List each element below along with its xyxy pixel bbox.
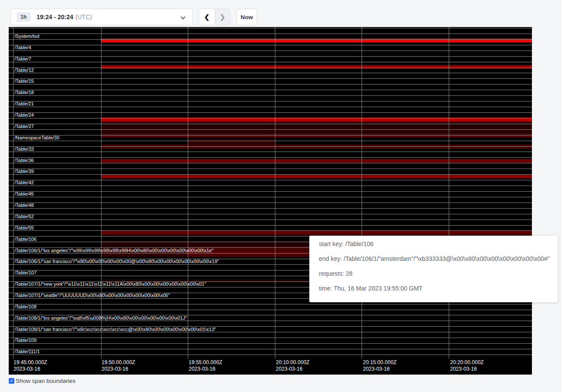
x-axis-tick: 19:50:00.000Z2023-03-16 [102, 359, 135, 372]
x-axis-tick: 20:15:00.000Z2023-03-16 [363, 359, 396, 372]
span-boundary-line [9, 208, 532, 209]
span-boundary-line [9, 338, 532, 338]
span-boundary-line [9, 118, 532, 118]
tick-time: 20:10:00.000Z [276, 359, 309, 366]
span-boundary-line [9, 343, 532, 344]
heat-band[interactable] [101, 134, 532, 138]
span-boundary-line [9, 73, 532, 73]
chevron-right-icon: ❯ [220, 13, 225, 21]
tick-date: 2023-03-16 [363, 366, 396, 372]
time-gridline [101, 27, 102, 359]
tooltip-end-key: end key: /Table/106/1/"amsterdam"/"\xb33… [319, 251, 558, 266]
span-boundary-line [9, 141, 532, 141]
heat-band[interactable] [101, 231, 532, 235]
span-boundary-line [9, 191, 532, 192]
row-label: /NamespaceTable/30 [14, 135, 59, 141]
tick-date: 2023-03-16 [276, 366, 309, 372]
heat-band[interactable] [101, 38, 532, 42]
tooltip-time: time: Thu, 16 Mar 2023 19:55:00 GMT [319, 281, 558, 296]
row-label: /Table/48 [14, 203, 34, 208]
span-boundary-line [9, 304, 532, 304]
heat-band[interactable] [101, 159, 532, 162]
span-boundary-line [9, 101, 532, 101]
heat-band[interactable] [101, 65, 532, 69]
key-visualizer-canvas[interactable]: /System/tsd/Table/4/Table/7/Table/12/Tab… [9, 27, 532, 375]
span-boundary-line [9, 135, 532, 135]
span-boundary-line [9, 230, 532, 231]
span-boundary-line [9, 169, 532, 169]
row-label: /System/tsd [14, 34, 39, 39]
span-boundary-line [9, 349, 532, 349]
checkbox-checked-icon[interactable]: ✓ [9, 378, 14, 384]
span-boundary-line [9, 146, 532, 147]
time-nav-group: ❮ ❯ [199, 9, 230, 25]
span-boundary-line [9, 197, 532, 197]
row-label: /Table/55 [14, 225, 34, 231]
span-boundary-line [9, 225, 532, 226]
row-label: /Table/42 [14, 180, 34, 186]
span-boundary-line [9, 163, 532, 163]
time-range-selector[interactable]: 1h 19:24 - 20:24 (UTC) [10, 9, 193, 25]
span-boundary-line [9, 78, 532, 79]
span-boundary-line [9, 62, 532, 62]
time-gridline [449, 27, 449, 359]
tick-date: 2023-03-16 [102, 366, 135, 372]
span-boundary-line [9, 90, 532, 90]
span-tooltip: start key: /Table/106 end key: /Table/10… [309, 236, 558, 302]
x-axis-tick: 20:10:00.000Z2023-03-16 [276, 359, 309, 372]
time-gridline [362, 27, 362, 359]
x-axis-tick: 19:55:00.000Z2023-03-16 [189, 359, 222, 372]
tooltip-requests: requests: 28 [319, 266, 558, 281]
heat-band[interactable] [188, 139, 275, 144]
row-label: /Table/106 [14, 237, 37, 242]
time-range-text: 19:24 - 20:24 [37, 14, 73, 20]
tick-time: 20:15:00.000Z [363, 359, 396, 366]
row-label: /Table/108/1/"los angeles"/"\xa8\xf5\u00… [14, 315, 187, 321]
row-label: /Table/107 [14, 270, 37, 276]
tick-date: 2023-03-16 [189, 366, 222, 372]
span-boundary-line [9, 310, 532, 310]
tick-time: 20:20:00.000Z [450, 359, 484, 366]
row-label: /Table/52 [14, 214, 34, 220]
span-boundary-line [9, 186, 532, 186]
span-boundary-line [9, 214, 532, 214]
row-label: /Table/21 [14, 101, 34, 107]
span-boundary-line [9, 174, 532, 175]
span-boundary-line [9, 107, 532, 107]
row-label: /Table/36 [14, 158, 34, 163]
checkbox-label: Show span boundaries [16, 378, 75, 384]
time-gridline [13, 27, 14, 359]
span-boundary-line [9, 95, 532, 96]
tick-time: 19:45:00.000Z [14, 359, 47, 366]
span-boundary-line [9, 112, 532, 113]
row-label: /Table/107/1/"new york"/"\x11\x11\x11\x1… [14, 281, 206, 287]
time-gridline [275, 27, 275, 359]
span-boundary-line [9, 157, 532, 158]
row-label: /Table/45 [14, 191, 34, 197]
tick-time: 19:55:00.000Z [189, 359, 222, 366]
row-label: /Table/7 [14, 56, 31, 62]
span-boundary-line [9, 220, 532, 220]
row-label: /Table/4 [14, 45, 31, 51]
now-button[interactable]: Now [237, 9, 257, 25]
row-label: /Table/33 [14, 146, 34, 152]
row-label: /Table/107/1/"seattle"/"UUUUUUD\x00\x80\… [14, 293, 170, 298]
row-label: /Table/12 [14, 68, 34, 73]
span-boundary-line [9, 203, 532, 203]
row-label: /Table/24 [14, 112, 34, 118]
show-span-boundaries-control[interactable]: ✓ Show span boundaries [9, 378, 75, 384]
tooltip-start-key: start key: /Table/106 [319, 237, 558, 251]
span-boundary-line [9, 51, 532, 51]
span-boundary-line [9, 355, 532, 355]
heatmap-plot[interactable]: /System/tsd/Table/4/Table/7/Table/12/Tab… [9, 27, 532, 359]
span-boundary-line [9, 129, 532, 130]
prev-time-button[interactable]: ❮ [199, 9, 215, 25]
row-label: /Table/108/1/"san francisco"/"\x8c\xcc\x… [14, 327, 216, 332]
row-label: /Table/106/1/"san francisco"/"\x80\x00\x… [14, 259, 219, 264]
next-time-button-disabled[interactable]: ❯ [215, 9, 230, 25]
x-axis-tick: 19:45:00.000Z2023-03-16 [14, 359, 47, 372]
tick-time: 19:50:00.000Z [102, 359, 135, 366]
span-boundary-line [9, 180, 532, 180]
row-label: /Table/111/1 [14, 349, 40, 355]
time-gridline [188, 27, 188, 359]
